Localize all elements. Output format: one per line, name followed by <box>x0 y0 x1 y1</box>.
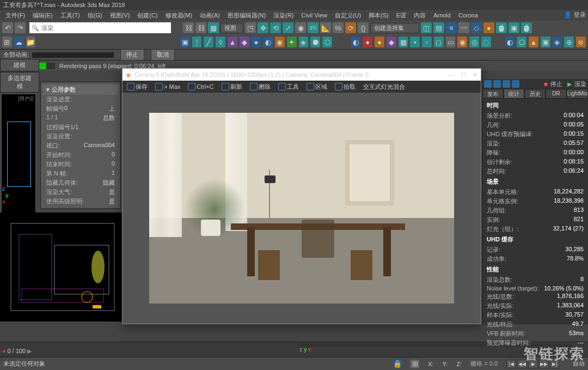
vertex-icon[interactable]: ⋮ <box>192 37 202 47</box>
lock-icon[interactable]: 🔒 <box>393 360 402 368</box>
t10-icon[interactable]: ● <box>375 37 384 47</box>
goto-start-icon[interactable]: |◀ <box>506 360 516 368</box>
material-icon[interactable]: ● <box>483 22 494 33</box>
t12-icon[interactable]: ▦ <box>399 37 408 47</box>
menu-corona[interactable]: Corona <box>455 11 481 20</box>
t2-icon[interactable]: ◐ <box>263 37 273 47</box>
open-icon[interactable]: 📁 <box>26 37 36 47</box>
tab-publish[interactable]: 发布 <box>482 89 504 99</box>
t4-icon[interactable]: ✦ <box>287 37 297 47</box>
cfb-region-button[interactable]: 区域 <box>303 82 330 92</box>
tool-icon[interactable]: ◳ <box>245 22 256 33</box>
st-icon[interactable] <box>493 80 501 88</box>
cfb-save-button[interactable]: 保存 <box>124 82 151 92</box>
menu-render[interactable]: 渲染(R) <box>270 10 297 21</box>
cfb-tomax-button[interactable]: > Max <box>152 82 183 92</box>
t5-icon[interactable]: ◈ <box>299 37 309 47</box>
t20-icon[interactable]: ◐ <box>505 37 515 47</box>
tab-model[interactable]: 建模 <box>0 59 39 71</box>
t22-icon[interactable]: ▲ <box>529 37 538 47</box>
t14-icon[interactable]: ▫ <box>422 37 432 47</box>
poly-icon[interactable]: ▣ <box>180 37 190 47</box>
viewport-mode-dropdown[interactable]: 视图 <box>220 23 243 33</box>
t3-icon[interactable]: ◉ <box>275 37 285 47</box>
move-icon[interactable]: ✥ <box>258 22 268 33</box>
spinner-snap-icon[interactable]: ⟳ <box>345 22 356 33</box>
pause-button[interactable]: 停止 <box>120 49 144 60</box>
t23-icon[interactable]: ▣ <box>541 37 550 47</box>
tab-lightmix[interactable]: LightMix <box>567 89 588 99</box>
cfb-tools-button[interactable]: 工具 <box>275 82 302 92</box>
menu-modifiers[interactable]: 修改器(M) <box>162 10 196 21</box>
placement-icon[interactable]: ◉ <box>295 22 306 33</box>
t19-icon[interactable]: ◌ <box>481 37 491 47</box>
rotate-icon[interactable]: ⟲ <box>270 22 281 33</box>
menu-arnold[interactable]: Arnold <box>430 11 454 20</box>
minimize-icon[interactable]: — <box>448 71 454 78</box>
snap-icon[interactable]: ⊞ <box>411 360 419 368</box>
render-label[interactable]: 渲染 <box>574 80 586 88</box>
t6-icon[interactable]: ⬢ <box>310 37 320 47</box>
select-icon[interactable]: ▦ <box>208 22 219 33</box>
undo-icon[interactable]: ↶ <box>2 22 13 33</box>
unlink-icon[interactable]: ⛓ <box>195 22 206 33</box>
polygon-icon[interactable]: ▲ <box>228 37 237 47</box>
tab-dr[interactable]: DR <box>546 89 567 99</box>
render-setup-icon[interactable]: 🍵 <box>496 22 507 33</box>
render-viewport[interactable] <box>122 93 481 324</box>
t11-icon[interactable]: ◆ <box>387 37 396 47</box>
cfb-clear-button[interactable]: 擦除 <box>247 82 274 92</box>
menu-content[interactable]: 内容 <box>411 10 429 21</box>
menu-script[interactable]: 脚本(S) <box>365 10 392 21</box>
schematic-icon[interactable]: ◇ <box>471 22 482 33</box>
render-icon[interactable]: 🍵 <box>521 22 532 33</box>
t18-icon[interactable]: ◎ <box>469 37 479 47</box>
menu-civil[interactable]: Civil View <box>298 11 330 20</box>
play-icon[interactable]: ▶ <box>567 81 572 88</box>
angle-snap-icon[interactable]: 📐 <box>320 22 331 33</box>
st-icon[interactable] <box>512 80 519 88</box>
curve-editor-icon[interactable]: 〰 <box>458 22 469 33</box>
menu-graph[interactable]: 图形编辑器(N) <box>224 10 269 21</box>
percent-snap-icon[interactable]: % <box>333 22 344 33</box>
selection-set-dropdown[interactable]: 创建选择集 <box>370 23 419 33</box>
close-icon[interactable]: ✕ <box>473 71 477 78</box>
login-button[interactable]: 👤登录 <box>564 11 586 19</box>
t21-icon[interactable]: ⬡ <box>517 37 526 47</box>
t7-icon[interactable]: ⬡ <box>322 37 332 47</box>
cfb-refresh-button[interactable]: 刷新 <box>218 82 246 92</box>
maximize-icon[interactable]: ☐ <box>461 71 466 78</box>
border-icon[interactable]: ◊ <box>216 37 225 47</box>
tab-stats[interactable]: 统计 <box>504 89 525 99</box>
cfb-titlebar[interactable]: ◉ Corona 6 (DailyBuild Apr 16 2020) | 16… <box>122 69 481 81</box>
t17-icon[interactable]: ◉ <box>457 37 467 47</box>
menu-tools[interactable]: 工具(T) <box>57 10 83 21</box>
menu-group[interactable]: 组(G) <box>84 10 106 21</box>
snap-25-icon[interactable]: 2½ <box>308 22 318 33</box>
viewport-left[interactable] <box>0 213 125 322</box>
menu-e[interactable]: E谊 <box>393 10 409 21</box>
t8-icon[interactable]: ◐ <box>351 37 361 47</box>
align-icon[interactable]: ▤ <box>433 22 444 33</box>
tab-history[interactable]: 历史 <box>524 89 546 99</box>
t15-icon[interactable]: ◻ <box>434 37 444 47</box>
t13-icon[interactable]: ▪ <box>410 37 420 47</box>
st-icon[interactable] <box>503 80 510 88</box>
menu-custom[interactable]: 自定义(U) <box>332 10 364 21</box>
redo-icon[interactable]: ↷ <box>15 22 26 33</box>
t24-icon[interactable]: ◈ <box>553 37 562 47</box>
t1-icon[interactable]: ● <box>252 37 261 47</box>
element-icon[interactable]: ◆ <box>240 37 249 47</box>
cloud-icon[interactable]: ☁ <box>14 37 24 47</box>
cfb-pick-button[interactable]: 拾取 <box>332 82 359 92</box>
layers-icon[interactable]: ≡ <box>446 22 457 33</box>
t25-icon[interactable]: ⊕ <box>564 37 574 47</box>
stop-label[interactable]: 停止 <box>550 80 562 88</box>
menu-file[interactable]: 文件(F) <box>2 10 28 21</box>
stop-icon[interactable]: ■ <box>544 81 548 87</box>
scale-icon[interactable]: ⤢ <box>283 22 293 33</box>
mirror-icon[interactable]: ◫ <box>421 22 432 33</box>
st-icon[interactable] <box>484 80 492 88</box>
cfb-lightmix-button[interactable]: 交互式灯光混合 <box>360 82 408 92</box>
cancel-button[interactable]: 取消 <box>151 49 175 60</box>
